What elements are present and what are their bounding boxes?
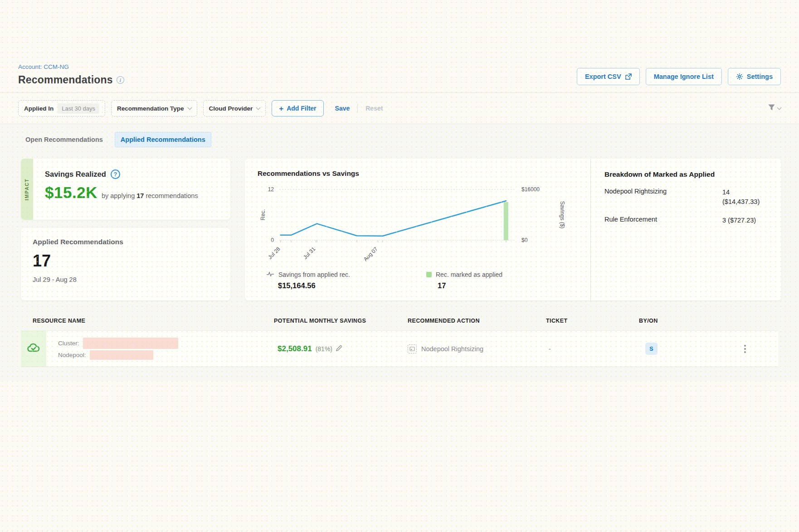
filter-applied-in[interactable]: Applied In Last 30 days — [18, 100, 105, 116]
nodepool-label: Nodepool: — [58, 352, 86, 358]
resource-type-strip — [21, 331, 46, 367]
save-filter-link[interactable]: Save — [335, 105, 350, 112]
add-filter-label: Add Filter — [287, 105, 316, 112]
by-on-cell: S — [639, 343, 711, 355]
tab-applied-recommendations[interactable]: Applied Recommendations — [115, 132, 211, 147]
export-csv-label: Export CSV — [585, 73, 621, 80]
table-row[interactable]: Cluster: Nodepool: $2,508.91 (81%) Nodep… — [21, 330, 778, 367]
recommended-action-cell: Nodepool Rightsizing — [408, 344, 546, 353]
svg-text:Jul 31: Jul 31 — [302, 246, 317, 261]
page-title: Recommendations — [18, 74, 113, 86]
recommendations-table: RESOURCE NAME POTENTIAL MONTHLY SAVINGS … — [21, 318, 778, 367]
info-icon[interactable]: i — [117, 76, 124, 84]
export-csv-button[interactable]: Export CSV — [577, 68, 640, 85]
activity-line-icon — [267, 271, 274, 278]
filter-applied-in-label: Applied In — [24, 105, 54, 112]
redacted-nodepool-name — [90, 350, 153, 360]
avatar[interactable]: S — [645, 343, 658, 355]
filter-cloud-provider-label: Cloud Provider — [209, 105, 253, 112]
redacted-cluster-name — [83, 338, 178, 349]
col-actions — [711, 318, 778, 324]
kebab-menu-icon — [744, 348, 746, 350]
add-filter-button[interactable]: + Add Filter — [272, 100, 323, 116]
green-square-icon — [426, 272, 432, 277]
header-left: Account: CCM-NG Recommendations i — [18, 63, 124, 86]
filter-applied-in-value[interactable]: Last 30 days — [58, 103, 99, 114]
col-by-on: BY/ON — [639, 318, 711, 324]
svg-text:Aug 07: Aug 07 — [362, 246, 379, 262]
breakdown-title: Breakdown of Marked as Applied — [604, 170, 768, 179]
legend-savings-label: Savings from applied rec. — [278, 271, 350, 278]
cloud-icon — [27, 343, 40, 355]
settings-label: Settings — [747, 73, 773, 80]
impact-strip: IMPACT — [21, 159, 33, 220]
legend-marked-value: 17 — [426, 281, 586, 290]
ticket-cell: - — [546, 345, 639, 353]
savings-realized-desc: by applying 17 recommendations — [102, 192, 198, 199]
desc-prefix: by applying — [102, 192, 135, 199]
page-header: Account: CCM-NG Recommendations i Export… — [0, 63, 799, 86]
account-breadcrumb[interactable]: Account: CCM-NG — [18, 63, 124, 70]
breakdown-panel: Breakdown of Marked as Applied Nodepool … — [591, 159, 781, 300]
svg-text:$0: $0 — [521, 237, 528, 243]
manage-ignore-list-button[interactable]: Manage Ignore List — [646, 68, 722, 85]
col-ticket: TICKET — [546, 318, 639, 324]
legend-marked-label: Rec. marked as applied — [436, 271, 502, 278]
filter-recommendation-type-label: Recommendation Type — [117, 105, 184, 112]
desc-count: 17 — [136, 192, 144, 199]
breakdown-row: Rule Enforcement 3 ($727.23) — [604, 216, 768, 225]
chart-pane: Recommendations vs Savings 120$16000$0Re… — [245, 159, 590, 300]
nodepool-icon — [408, 344, 417, 353]
filter-recommendation-type[interactable]: Recommendation Type — [111, 100, 197, 116]
plus-icon: + — [279, 105, 283, 112]
breakdown-row: Nodepool Rightsizing 14 ($14,437.33) — [604, 188, 768, 207]
chart-title: Recommendations vs Savings — [258, 169, 586, 178]
chart-svg: 120$16000$0Rec.Savings ($)Jul 28Jul 31Au… — [258, 181, 575, 267]
svg-text:0: 0 — [271, 237, 274, 243]
savings-realized-card: IMPACT Savings Realized ? $15.2K by appl… — [21, 159, 230, 220]
settings-button[interactable]: Settings — [728, 68, 781, 85]
tab-open-recommendations[interactable]: Open Recommendations — [21, 132, 107, 147]
legend-item-savings: Savings from applied rec. $15,164.56 — [267, 271, 426, 290]
view-tabs: Open Recommendations Applied Recommendat… — [21, 132, 778, 147]
filter-cloud-provider[interactable]: Cloud Provider — [203, 100, 266, 116]
applied-card-count: 17 — [33, 251, 219, 271]
resource-name-cell[interactable]: Cluster: Nodepool: — [46, 336, 274, 361]
chevron-down-icon — [187, 105, 192, 110]
summary-column: IMPACT Savings Realized ? $15.2K by appl… — [21, 159, 230, 300]
table-header: RESOURCE NAME POTENTIAL MONTHLY SAVINGS … — [21, 318, 778, 330]
chart-legend: Savings from applied rec. $15,164.56 Rec… — [258, 271, 586, 290]
breakdown-row-value: 3 ($727.23) — [722, 216, 768, 225]
edit-pencil-icon[interactable] — [336, 345, 342, 353]
manage-ignore-list-label: Manage Ignore List — [654, 73, 714, 80]
savings-amount: $2,508.91 — [278, 344, 312, 353]
content-area: Open Recommendations Applied Recommendat… — [0, 124, 799, 381]
funnel-icon — [768, 104, 775, 113]
applied-recommendations-card: Applied Recommendations 17 Jul 29 - Aug … — [21, 228, 230, 300]
breakdown-row-label: Rule Enforcement — [604, 216, 657, 225]
applied-card-title: Applied Recommendations — [33, 238, 219, 246]
chevron-down-icon — [256, 105, 261, 110]
savings-cell: $2,508.91 (81%) — [274, 344, 408, 353]
col-resource-name: RESOURCE NAME — [33, 318, 274, 324]
row-menu[interactable] — [711, 348, 778, 350]
reset-filter-link[interactable]: Reset — [365, 105, 383, 112]
legend-item-marked: Rec. marked as applied 17 — [426, 271, 586, 290]
filter-panel-toggle[interactable] — [768, 104, 781, 113]
savings-realized-amount: $15.2K — [45, 184, 97, 202]
chart-breakdown-card: Recommendations vs Savings 120$16000$0Re… — [245, 159, 781, 300]
col-potential-monthly-savings: POTENTIAL MONTHLY SAVINGS — [274, 318, 408, 324]
gear-icon — [736, 73, 743, 80]
filter-links-divider — [357, 104, 358, 113]
breakdown-row-label: Nodepool Rightsizing — [604, 188, 667, 207]
impact-label: IMPACT — [24, 178, 30, 200]
col-recommended-action: RECOMMENDED ACTION — [408, 318, 546, 324]
legend-savings-value: $15,164.56 — [267, 281, 426, 290]
desc-suffix: recommendations — [146, 192, 198, 199]
header-actions: Export CSV Manage Ignore List Settings — [577, 68, 781, 86]
svg-text:Rec.: Rec. — [260, 209, 266, 221]
help-icon[interactable]: ? — [111, 169, 120, 179]
svg-text:$16000: $16000 — [521, 186, 540, 193]
svg-text:12: 12 — [268, 186, 274, 193]
breakdown-row-value: 14 ($14,437.33) — [722, 188, 768, 207]
